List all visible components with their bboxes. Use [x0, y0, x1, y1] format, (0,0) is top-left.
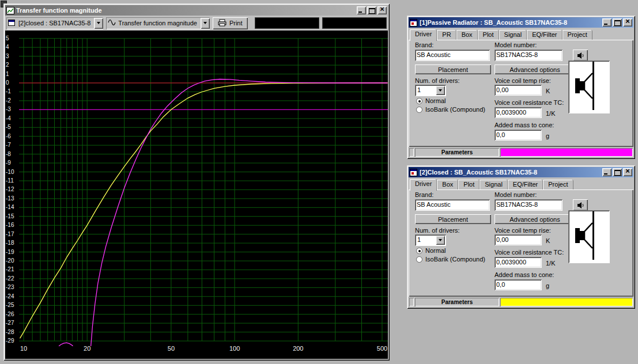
titlebar[interactable]: [1]Passive Radiator : SB_Acoustic SB17NA…: [409, 17, 633, 28]
radio-isobarik[interactable]: IsoBarik (Compound): [416, 106, 485, 113]
chevron-down-icon[interactable]: [436, 236, 445, 245]
num-drivers-combo[interactable]: 1: [415, 234, 446, 246]
tab-eq-filter[interactable]: EQ/Filter: [527, 30, 562, 40]
added-mass-label: Added mass to cone:: [494, 122, 554, 128]
driver-diagram: [568, 210, 610, 263]
tab-signal[interactable]: Signal: [480, 180, 508, 189]
close-button[interactable]: [623, 168, 632, 176]
minimize-button[interactable]: [602, 168, 611, 176]
radio-isobarik[interactable]: IsoBarik (Compound): [416, 256, 485, 263]
tab-strip: DriverBoxPlotSignalEQ/FilterProject: [410, 179, 632, 189]
vc-temp-input[interactable]: 0,00: [494, 234, 542, 245]
speaker-test-button[interactable]: [573, 50, 588, 61]
tab-box[interactable]: Box: [437, 180, 458, 189]
parameters-segment[interactable]: Parameters: [415, 148, 499, 157]
vc-tc-unit: 1/K: [546, 260, 556, 267]
vc-tc-label: Voice coil resistance TC:: [494, 99, 564, 106]
plot-toolbar: [2]closed : SB17NAC35-8 Transfer functio…: [5, 16, 388, 31]
tab-plot[interactable]: Plot: [458, 180, 480, 189]
speaker-icon: [577, 52, 584, 59]
graph-selector-value: [2]closed : SB17NAC35-8: [18, 20, 90, 26]
window-icon: [410, 19, 418, 26]
tab-project[interactable]: Project: [563, 30, 592, 40]
num-drivers-label: Num. of drivers:: [415, 77, 460, 84]
svg-text:-19: -19: [6, 249, 14, 255]
status-grip: [409, 148, 414, 157]
svg-text:-28: -28: [6, 329, 14, 335]
closed-box-window: [2]Closed : SB_Acoustic SB17NAC35-8 Driv…: [407, 165, 635, 309]
vc-tc-unit: 1/K: [546, 110, 556, 117]
radio-normal[interactable]: Normal: [416, 247, 446, 254]
added-mass-unit: g: [546, 132, 549, 139]
vc-tc-input[interactable]: 0,0039000: [494, 107, 542, 118]
svg-text:-12: -12: [6, 186, 14, 192]
speaker-test-button[interactable]: [573, 199, 588, 211]
svg-text:-21: -21: [6, 266, 14, 272]
plot-type-combo[interactable]: Transfer function magnitude: [106, 17, 210, 29]
vc-temp-label: Voice coil temp rise:: [494, 227, 551, 234]
plot-area[interactable]: 543210-1-2-3-4-5-6-7-8-9-10-11-12-13-14-…: [5, 31, 388, 359]
window-icon: [410, 169, 418, 176]
cursor-readout-2: [322, 17, 387, 29]
placement-button[interactable]: Placement: [415, 214, 491, 224]
tab-plot[interactable]: Plot: [478, 30, 499, 40]
maximize-button[interactable]: [367, 6, 376, 14]
tab-box[interactable]: Box: [456, 30, 478, 40]
titlebar[interactable]: Transfer function magnitude: [5, 5, 388, 16]
status-color-bar: [500, 298, 633, 306]
graph-selector-combo[interactable]: [2]closed : SB17NAC35-8: [6, 17, 103, 29]
svg-text:-16: -16: [6, 222, 14, 228]
placement-button[interactable]: Placement: [415, 65, 491, 74]
print-button[interactable]: Print: [213, 17, 248, 29]
tab-signal[interactable]: Signal: [499, 30, 527, 40]
added-mass-input[interactable]: 0,0: [494, 279, 542, 290]
chevron-down-icon[interactable]: [94, 18, 103, 29]
svg-text:-15: -15: [6, 213, 14, 219]
advanced-options-button[interactable]: Advanced options: [494, 65, 575, 74]
chevron-down-icon[interactable]: [436, 86, 445, 95]
svg-text:-17: -17: [6, 231, 14, 237]
status-bar: Parameters: [409, 298, 633, 306]
transfer-function-window: Transfer function magnitude [2]closed : …: [3, 3, 390, 361]
printer-icon: [218, 19, 226, 28]
titlebar[interactable]: [2]Closed : SB_Acoustic SB17NAC35-8: [409, 167, 633, 177]
svg-text:-22: -22: [6, 275, 14, 282]
vc-temp-input[interactable]: 0,00: [494, 85, 542, 96]
svg-text:-10: -10: [6, 169, 14, 175]
close-button[interactable]: [623, 18, 632, 26]
radio-circle-icon: [416, 256, 422, 263]
model-number-input[interactable]: SB17NAC35-8: [494, 199, 563, 211]
radio-normal[interactable]: Normal: [416, 97, 446, 104]
radio-dot-icon: [416, 98, 422, 104]
vc-temp-label: Voice coil temp rise:: [494, 77, 551, 84]
parameters-segment[interactable]: Parameters: [415, 298, 499, 306]
added-mass-input[interactable]: 0,0: [494, 130, 542, 141]
tab-driver[interactable]: Driver: [410, 179, 437, 191]
close-button[interactable]: [377, 6, 387, 14]
chevron-down-icon[interactable]: [201, 18, 210, 29]
model-number-input[interactable]: SB17NAC35-8: [494, 50, 563, 61]
axis-tick-labels: 543210-1-2-3-4-5-6-7-8-9-10-11-12-13-14-…: [6, 35, 387, 352]
minimize-button[interactable]: [602, 18, 611, 26]
brand-input[interactable]: SB Acoustic: [415, 199, 490, 211]
svg-text:-29: -29: [6, 338, 14, 344]
advanced-options-button[interactable]: Advanced options: [494, 214, 575, 224]
curve-1: [51, 79, 388, 359]
tab-driver[interactable]: Driver: [410, 29, 437, 41]
tab-eq-filter[interactable]: EQ/Filter: [508, 180, 543, 189]
svg-text:-23: -23: [6, 284, 14, 290]
vc-tc-input[interactable]: 0,0039000: [494, 257, 542, 268]
tab-pr[interactable]: PR: [437, 30, 456, 40]
num-drivers-combo[interactable]: 1: [415, 85, 446, 96]
svg-text:-9: -9: [6, 160, 11, 166]
window-title: [1]Passive Radiator : SB_Acoustic SB17NA…: [420, 19, 601, 26]
tab-project[interactable]: Project: [543, 180, 573, 189]
tab-strip: DriverPRBoxPlotSignalEQ/FilterProject: [410, 29, 632, 40]
transfer-function-chart: 543210-1-2-3-4-5-6-7-8-9-10-11-12-13-14-…: [5, 31, 388, 359]
svg-text:2: 2: [6, 62, 9, 68]
maximize-button[interactable]: [613, 168, 622, 176]
minimize-button[interactable]: [357, 6, 366, 14]
brand-input[interactable]: SB Acoustic: [415, 50, 490, 61]
plot-type-value: Transfer function magnitude: [118, 20, 197, 26]
maximize-button[interactable]: [613, 18, 622, 26]
